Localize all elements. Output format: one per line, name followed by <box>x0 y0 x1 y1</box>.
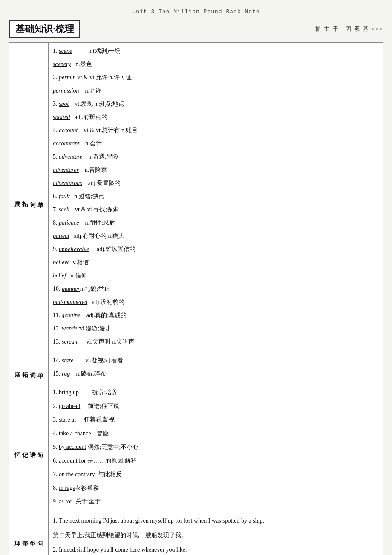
entry-scenery: scenery n.景色 <box>53 58 379 70</box>
entry-13: 13. scream vi.尖声叫 n.尖叫声 <box>53 336 379 348</box>
phrase-2: 2. go ahead 前进;往下说 <box>53 400 379 412</box>
word-adventurous: adventurous <box>53 180 82 186</box>
entry-adventurer: adventurer n.冒险家 <box>53 164 379 176</box>
phrase-stare-at: stare at <box>59 416 76 423</box>
phrase-as-for: as for <box>59 498 72 505</box>
category-label-2: 单词拓展 <box>9 352 49 384</box>
entry-2: 2. permit vt.& vi.允许 n.许可证 <box>53 72 379 84</box>
entry-spotted: spotted adj.有斑点的 <box>53 111 379 123</box>
entry-15: 15. rag n.破布;碎布 <box>53 368 379 380</box>
section-title: 基础知识·梳理 <box>15 23 74 34</box>
word-account: account <box>59 127 78 133</box>
word-seek: seek <box>59 206 69 213</box>
word-wander: wander <box>62 325 80 332</box>
phrase-7: 7. on the contrary 与此相反 <box>53 468 379 480</box>
entry-bad-mannered: bad-mannered adj.没礼貌的 <box>53 296 379 308</box>
sentence-1-en: 1. The next morning I'd just about given… <box>53 515 379 527</box>
phrase-bring-up: bring up <box>59 389 79 396</box>
word-permit: permit <box>59 74 75 81</box>
sentence-1-zh: 第二天早上,我正感到绝望的时候,一艘船发现了我。 <box>53 529 379 541</box>
phrase-5: 5. by accident 偶然;无意中;不小心 <box>53 441 379 453</box>
entry-10: 10. mannern.礼貌;举止 <box>53 283 379 295</box>
entry-7: 7. seek vt.& vi.寻找;探索 <box>53 204 379 216</box>
word-spotted: spotted <box>53 114 70 120</box>
word-bad-mannered: bad-mannered <box>53 299 87 305</box>
sentence-1-when: when <box>194 517 207 524</box>
category-label-sentences: 句型整理 <box>9 512 49 555</box>
entry-12: 12. wandervi.漫游;漫步 <box>53 323 379 335</box>
entry-4: 4. account vi.& vt.总计有 n.账目 <box>53 124 379 136</box>
table-row: 句型整理 1. The next morning I'd just about … <box>9 512 383 555</box>
phrase-take-a-chance: take a chance <box>59 430 91 436</box>
phrase-1: 1. bring up 抚养;培养 <box>53 387 379 399</box>
word-rag-meaning: 破布;碎布 <box>81 370 106 377</box>
table-row: 单词拓展 1. scene n.(戏剧)一场 scenery n.景色 2. p… <box>9 43 383 352</box>
phrase-go-ahead: go ahead <box>59 403 80 409</box>
word-fault: fault <box>59 193 70 199</box>
entry-3: 3. spot vt.发现 n.斑点;地点 <box>53 98 379 110</box>
section-title-box: 基础知识·梳理 <box>9 20 80 38</box>
word-believe: believe <box>53 259 70 266</box>
table-row: 短语记忆 1. bring up 抚养;培养 2. go ahead 前进;往下… <box>9 384 383 512</box>
word-stare: stare <box>62 357 73 364</box>
entry-1: 1. scene n.(戏剧)一场 <box>53 45 379 57</box>
phrase-8: 8. in rags衣衫褴褛 <box>53 482 379 494</box>
word-patient: patient <box>53 233 69 239</box>
category-label-1: 单词拓展 <box>9 43 49 352</box>
word-patience: patience <box>59 220 79 226</box>
entry-14: 14. stare vi.凝视;盯着看 <box>53 355 379 367</box>
word-belief: belief <box>53 272 66 279</box>
word-rag: rag <box>62 370 70 377</box>
entry-11: 11. genuine adj.真的;真诚的 <box>53 309 379 321</box>
content-cell-vocab2: 14. stare vi.凝视;盯着看 15. rag n.破布;碎布 <box>49 352 383 384</box>
word-accountant: accountant <box>53 140 79 147</box>
word-scene: scene <box>59 48 72 54</box>
entry-patient: patient adj.有耐心的 n.病人 <box>53 230 379 242</box>
entry-6: 6. fault n.过错;缺点 <box>53 191 379 202</box>
content-cell-vocab1: 1. scene n.(戏剧)一场 scenery n.景色 2. permit… <box>49 43 383 352</box>
word-adventure: adventure <box>59 153 82 160</box>
entry-5: 5. adventure n.奇遇;冒险 <box>53 151 379 163</box>
word-scenery: scenery <box>53 61 71 67</box>
main-table: 单词拓展 1. scene n.(戏剧)一场 scenery n.景色 2. p… <box>9 42 383 555</box>
phrase-in-rags: in rags <box>59 485 75 491</box>
section-title-bar: 基础知识·梳理 抓 主 干 · 固 双 基 >>> <box>9 20 383 38</box>
entry-permission: permission n.允许 <box>53 85 379 97</box>
page-header: Unit 3 The Million Pound Bank Note <box>9 9 383 15</box>
entry-8: 8. patience n.耐性;忍耐 <box>53 217 379 229</box>
word-permission: permission <box>53 87 79 94</box>
entry-belief: belief n.信仰 <box>53 270 379 282</box>
phrase-6: 6. account for 是……的原因;解释 <box>53 455 379 467</box>
entry-adventurous: adventurous adj.爱冒险的 <box>53 177 379 189</box>
table-row: 单词拓展 14. stare vi.凝视;盯着看 15. rag n.破布;碎布 <box>9 352 383 384</box>
sentence-2-whenever: whenever <box>141 546 164 553</box>
sentence-2-en: 2. Indeed,sir,I hope you'll come here wh… <box>53 544 379 555</box>
entry-believe: believe v.相信 <box>53 257 379 269</box>
word-manner: manner <box>62 286 80 292</box>
content-cell-sentences: 1. The next morning I'd just about given… <box>49 512 383 555</box>
word-scream: scream <box>62 338 79 345</box>
content-cell-phrases: 1. bring up 抚养;培养 2. go ahead 前进;往下说 3. … <box>49 384 383 512</box>
word-adventurer: adventurer <box>53 167 79 173</box>
category-label-phrases: 短语记忆 <box>9 384 49 512</box>
phrase-on-the-contrary: on the contrary <box>59 471 95 477</box>
phrase-4: 4. take a chance 冒险 <box>53 428 379 439</box>
section-subtitle: 抓 主 干 · 固 双 基 >>> <box>315 25 383 33</box>
phrase-3: 3. stare at 盯着看;凝视 <box>53 414 379 426</box>
word-spot: spot <box>59 101 69 107</box>
entry-accountant: accountant n.会计 <box>53 138 379 150</box>
phrase-account-for: for <box>79 457 86 464</box>
phrase-9: 9. as for 关于;至于 <box>53 496 379 508</box>
sentence-1-id: I'd <box>103 517 109 524</box>
word-unbelievable: unbelievable <box>59 246 89 252</box>
word-genuine: genuine <box>61 312 80 318</box>
entry-9: 9. unbelievable adj.难以置信的 <box>53 243 379 255</box>
phrase-by-accident: by accident <box>59 444 86 450</box>
